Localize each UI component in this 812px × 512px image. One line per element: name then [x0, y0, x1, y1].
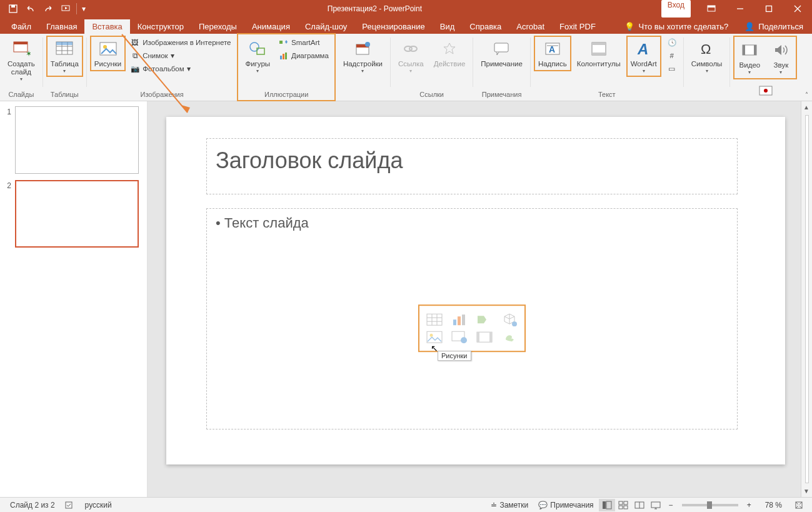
language-indicator[interactable]: русский	[80, 498, 117, 512]
header-footer-button[interactable]: Колонтитулы	[573, 36, 624, 71]
photo-album-button[interactable]: 📷Фотоальбом ▾	[128, 63, 233, 75]
video-button[interactable]: Видео ▾	[735, 38, 764, 78]
slide-number-button[interactable]: #	[664, 49, 679, 62]
svg-rect-6	[766, 6, 772, 12]
tab-slideshow[interactable]: Слайд-шоу	[298, 19, 354, 34]
tab-help[interactable]: Справка	[462, 19, 509, 34]
addins-button[interactable]: Надстройки ▾	[339, 36, 386, 76]
comment-button[interactable]: Примечание	[477, 36, 526, 71]
tab-file[interactable]: Файл	[4, 19, 39, 34]
ribbon-display-options-icon[interactable]	[697, 0, 726, 18]
table-button[interactable]: Таблица ▾	[47, 36, 83, 76]
slide-thumbnail-2[interactable]	[15, 180, 139, 248]
zoom-out-button[interactable]: −	[664, 501, 678, 509]
insert-video-icon[interactable]	[475, 329, 494, 344]
save-icon[interactable]	[5, 1, 21, 16]
svg-rect-50	[489, 332, 492, 342]
svg-rect-49	[477, 332, 479, 342]
object-button[interactable]: ▭	[664, 63, 679, 75]
pictures-button[interactable]: Рисунки	[91, 36, 125, 71]
svg-rect-54	[603, 501, 606, 509]
action-button[interactable]: Действие	[430, 36, 469, 71]
svg-rect-17	[280, 56, 282, 59]
zoom-slider[interactable]	[682, 504, 738, 506]
svg-rect-41	[458, 316, 461, 325]
new-slide-button[interactable]: ✶ Создать слайд ▾	[4, 36, 39, 84]
slideshow-view-icon[interactable]	[648, 499, 664, 511]
smartart-button[interactable]: SmartArt	[276, 36, 331, 49]
insert-icon-icon[interactable]	[500, 329, 519, 344]
tell-me-search[interactable]: 💡 Что вы хотите сделать?	[617, 22, 736, 34]
share-button[interactable]: 👤 Поделиться	[736, 22, 812, 34]
comments-button[interactable]: 💬Примечания	[533, 498, 598, 512]
shapes-button[interactable]: Фигуры ▾	[241, 36, 274, 76]
date-time-button[interactable]: 🕓	[664, 36, 679, 49]
content-placeholder[interactable]: • Текст слайда ↖ Рисун	[206, 208, 738, 429]
chart-button[interactable]: Диаграмма	[276, 49, 331, 62]
workspace: 1 2 Заголовок слайда • Текст слайда	[0, 101, 812, 497]
svg-point-45	[430, 334, 433, 337]
minimize-icon[interactable]	[726, 0, 754, 18]
redo-icon[interactable]	[40, 1, 56, 16]
zoom-slider-thumb[interactable]	[707, 501, 712, 509]
comment-icon	[492, 39, 512, 59]
vertical-scrollbar[interactable]: ▲ ▼	[801, 101, 812, 497]
tab-design[interactable]: Конструктор	[130, 19, 191, 34]
svg-rect-62	[651, 502, 660, 508]
group-links: Ссылка ▾ Действие Ссылки	[391, 34, 473, 101]
slide-thumbnail-1[interactable]	[15, 106, 139, 174]
tab-home[interactable]: Главная	[39, 19, 84, 34]
qat-customize-icon[interactable]: ▾	[79, 1, 88, 16]
wordart-button[interactable]: A WordArt ▾	[627, 36, 661, 76]
link-icon	[401, 39, 421, 59]
svg-rect-42	[462, 314, 465, 325]
slide-counter[interactable]: Слайд 2 из 2	[5, 498, 60, 512]
slide-thumbnails-panel[interactable]: 1 2	[0, 101, 148, 497]
collapse-ribbon-icon[interactable]: ˄	[805, 91, 808, 98]
comments-icon: 💬	[538, 501, 548, 509]
tab-transitions[interactable]: Переходы	[191, 19, 244, 34]
screenshot-button[interactable]: ⧉Снимок ▾	[128, 49, 233, 62]
slide-number-icon: #	[667, 51, 677, 61]
title-placeholder[interactable]: Заголовок слайда	[206, 138, 738, 194]
scroll-up-icon[interactable]: ▲	[803, 104, 809, 111]
scroll-down-icon[interactable]: ▼	[803, 488, 809, 494]
zoom-in-button[interactable]: +	[742, 501, 756, 509]
tab-insert[interactable]: Вставка	[84, 19, 129, 34]
online-pictures-button[interactable]: 🖼Изображения в Интернете	[128, 36, 233, 49]
undo-icon[interactable]	[23, 1, 39, 16]
start-slideshow-icon[interactable]	[58, 1, 74, 16]
symbols-button[interactable]: Ω Символы ▾	[688, 36, 726, 76]
insert-3dmodel-icon[interactable]	[500, 312, 519, 327]
notes-button[interactable]: ≐Заметки	[486, 498, 533, 512]
link-button[interactable]: Ссылка ▾	[394, 36, 428, 76]
scroll-track[interactable]	[805, 115, 809, 483]
reading-view-icon[interactable]	[631, 499, 648, 511]
tab-animation[interactable]: Анимация	[244, 19, 298, 34]
spellcheck-icon[interactable]	[60, 498, 80, 512]
slide-sorter-view-icon[interactable]	[615, 499, 631, 511]
insert-online-pictures-icon[interactable]	[450, 329, 469, 344]
fit-to-window-icon[interactable]	[791, 499, 807, 511]
svg-rect-1	[11, 5, 15, 8]
audio-button[interactable]: Звук ▾	[766, 38, 795, 78]
textbox-button[interactable]: A Надпись	[534, 36, 571, 71]
slide-edit-area[interactable]: Заголовок слайда • Текст слайда	[148, 101, 812, 497]
tab-view[interactable]: Вид	[433, 19, 463, 34]
insert-table-icon[interactable]	[425, 312, 444, 327]
maximize-icon[interactable]	[754, 0, 783, 18]
sign-in-button[interactable]: Вход	[661, 0, 691, 18]
group-media: Видео ▾ Звук ▾ Запись экрана Мультимедиа	[730, 34, 800, 101]
tab-acrobat[interactable]: Acrobat	[509, 19, 552, 34]
slide-canvas[interactable]: Заголовок слайда • Текст слайда	[166, 117, 785, 464]
insert-smartart-icon[interactable]	[475, 312, 494, 327]
tab-review[interactable]: Рецензирование	[354, 19, 432, 34]
close-icon[interactable]	[783, 0, 812, 18]
zoom-percent[interactable]: 78 %	[760, 501, 787, 509]
normal-view-icon[interactable]	[599, 499, 615, 511]
svg-rect-25	[494, 43, 508, 52]
object-icon: ▭	[667, 64, 677, 74]
insert-pictures-icon[interactable]	[425, 329, 444, 344]
insert-chart-icon[interactable]	[450, 312, 469, 327]
tab-foxit[interactable]: Foxit PDF	[552, 19, 603, 34]
